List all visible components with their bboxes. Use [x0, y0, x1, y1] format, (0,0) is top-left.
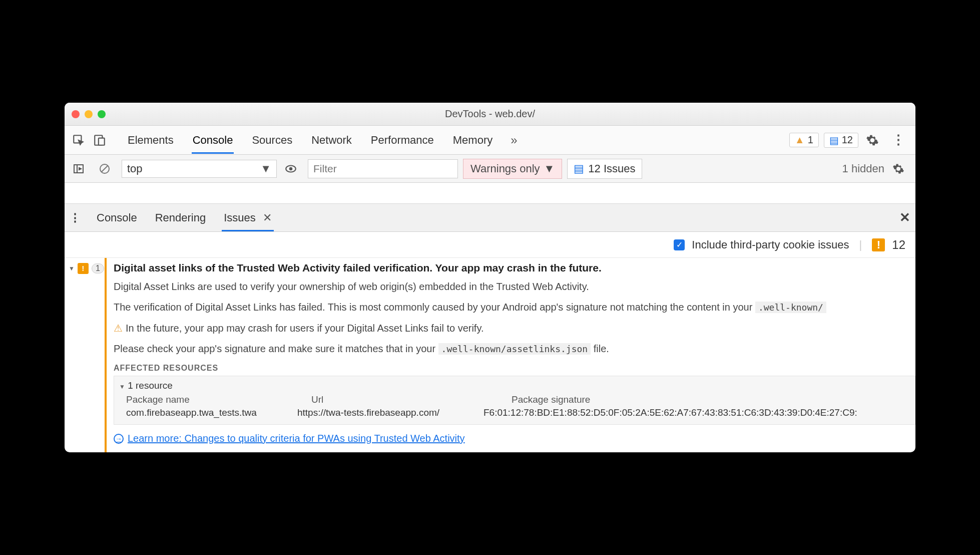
inspect-element-icon[interactable]	[70, 131, 88, 149]
live-expression-icon[interactable]	[282, 160, 300, 178]
expand-caret-icon[interactable]: ▼	[69, 265, 75, 272]
issue-title: Digital asset links of the Trusted Web A…	[114, 262, 915, 274]
col-url: Url	[311, 394, 481, 405]
tab-sources[interactable]: Sources	[251, 127, 293, 154]
tab-network[interactable]: Network	[310, 127, 353, 154]
issue-gutter: ▼ ! 1	[65, 258, 105, 452]
cell-package-signature: F6:01:12:78:BD:E1:88:52:D5:0F:05:2A:5E:6…	[483, 407, 857, 418]
close-drawer-icon[interactable]: ✕	[899, 210, 910, 225]
more-tabs-icon[interactable]: »	[511, 133, 517, 147]
external-link-icon: →	[114, 434, 124, 444]
issue-paragraph: Please check your app's signature and ma…	[114, 343, 915, 355]
cell-url: https://twa-tests.firebaseapp.com/	[297, 407, 467, 418]
toggle-sidebar-icon[interactable]	[70, 160, 88, 178]
code-snippet: .well-known/assetlinks.json	[438, 343, 591, 355]
devtools-window: DevTools - web.dev/ Elements Console Sou…	[65, 103, 915, 452]
drawer-tab-console[interactable]: Console	[95, 204, 139, 231]
context-selector[interactable]: top ▼	[122, 160, 277, 178]
issue-paragraph: The verification of Digital Asset Links …	[114, 302, 915, 313]
affected-resources-heading: AFFECTED RESOURCES	[114, 364, 915, 373]
kebab-menu-icon[interactable]: ⋮	[889, 131, 907, 149]
context-value: top	[127, 162, 143, 175]
divider: |	[859, 238, 862, 251]
expand-caret-icon[interactable]: ▼	[119, 383, 125, 390]
include-thirdparty-checkbox[interactable]: ✓	[674, 239, 685, 250]
window-titlebar: DevTools - web.dev/	[65, 103, 915, 126]
tab-performance[interactable]: Performance	[370, 127, 435, 154]
dropdown-caret-icon: ▼	[544, 162, 555, 175]
issues-badge[interactable]: ▤ 12	[824, 133, 858, 148]
warning-triangle-icon: ▲	[795, 134, 805, 146]
warning-count: 1	[808, 134, 813, 146]
drawer-menu-icon[interactable]: ⋮	[70, 211, 81, 224]
tab-console[interactable]: Console	[192, 127, 234, 154]
issue-count: 12	[842, 134, 853, 146]
learn-more-label: Learn more: Changes to quality criteria …	[128, 433, 465, 444]
message-icon: ▤	[574, 162, 584, 175]
learn-more-link[interactable]: → Learn more: Changes to quality criteri…	[114, 433, 465, 444]
drawer-tab-rendering[interactable]: Rendering	[153, 204, 208, 231]
log-level-value: Warnings only	[470, 162, 540, 175]
issue-content: Digital asset links of the Trusted Web A…	[105, 258, 915, 452]
toolbar-right: ▲ 1 ▤ 12 ⋮	[789, 131, 910, 149]
tab-elements[interactable]: Elements	[127, 127, 175, 154]
warning-triangle-icon: ⚠	[114, 323, 123, 334]
issue-text: file.	[591, 343, 609, 354]
issues-total-count: 12	[892, 238, 905, 252]
col-package-name: Package name	[126, 394, 281, 405]
filter-input[interactable]	[308, 159, 458, 178]
issues-panel-header: ✓ Include third-party cookie issues | ! …	[65, 232, 915, 258]
drawer-tabs: ⋮ Console Rendering Issues ✕ ✕	[65, 204, 915, 232]
resource-count-label: 1 resource	[128, 380, 173, 391]
close-tab-icon[interactable]: ✕	[263, 211, 272, 224]
tab-memory[interactable]: Memory	[452, 127, 494, 154]
issue-kind-icon: !	[78, 263, 89, 274]
panel-tabs: Elements Console Sources Network Perform…	[127, 127, 789, 154]
svg-point-6	[289, 167, 293, 170]
affected-resources-box: ▼ 1 resource Package name Url Package si…	[114, 376, 915, 425]
window-title: DevTools - web.dev/	[65, 108, 915, 120]
issue-text: The verification of Digital Asset Links …	[114, 302, 755, 313]
hidden-messages-label[interactable]: 1 hidden	[842, 162, 884, 175]
issue-paragraph: Digital Asset Links are used to verify y…	[114, 281, 915, 293]
clear-console-icon[interactable]	[96, 160, 114, 178]
device-toggle-icon[interactable]	[91, 131, 109, 149]
include-thirdparty-label: Include third-party cookie issues	[692, 238, 849, 251]
main-toolbar: Elements Console Sources Network Perform…	[65, 126, 915, 155]
col-package-signature: Package signature	[512, 394, 590, 405]
drawer-tab-issues[interactable]: Issues ✕	[222, 204, 274, 231]
console-filter-bar: top ▼ Warnings only ▼ ▤ 12 Issues 1 hidd…	[65, 155, 915, 183]
resource-table-row: com.firebaseapp.twa_tests.twa https://tw…	[126, 407, 910, 418]
console-settings-gear-icon[interactable]	[889, 160, 907, 178]
issues-button-label: 12 Issues	[588, 162, 635, 175]
console-output-area	[65, 183, 915, 204]
code-snippet: .well-known/	[755, 302, 826, 313]
issue-occurrence-count: 1	[92, 263, 104, 273]
drawer-tab-issues-label: Issues	[224, 211, 256, 224]
cell-package-name: com.firebaseapp.twa_tests.twa	[126, 407, 281, 418]
issue-text: Please check your app's signature and ma…	[114, 343, 438, 354]
svg-rect-2	[99, 138, 105, 145]
resource-table-header: Package name Url Package signature	[126, 394, 910, 405]
issue-item: ▼ ! 1 Digital asset links of the Trusted…	[65, 258, 915, 452]
issue-paragraph: ⚠In the future, your app may crash for u…	[114, 322, 915, 334]
open-issues-button[interactable]: ▤ 12 Issues	[567, 159, 642, 179]
issue-text: In the future, your app may crash for us…	[126, 323, 484, 334]
resource-count-row[interactable]: ▼ 1 resource	[119, 380, 910, 391]
log-level-selector[interactable]: Warnings only ▼	[463, 159, 562, 179]
message-icon: ▤	[829, 134, 839, 146]
settings-gear-icon[interactable]	[863, 131, 881, 149]
warnings-badge[interactable]: ▲ 1	[789, 133, 819, 147]
issues-total-icon: !	[872, 238, 885, 251]
dropdown-caret-icon: ▼	[260, 162, 271, 175]
